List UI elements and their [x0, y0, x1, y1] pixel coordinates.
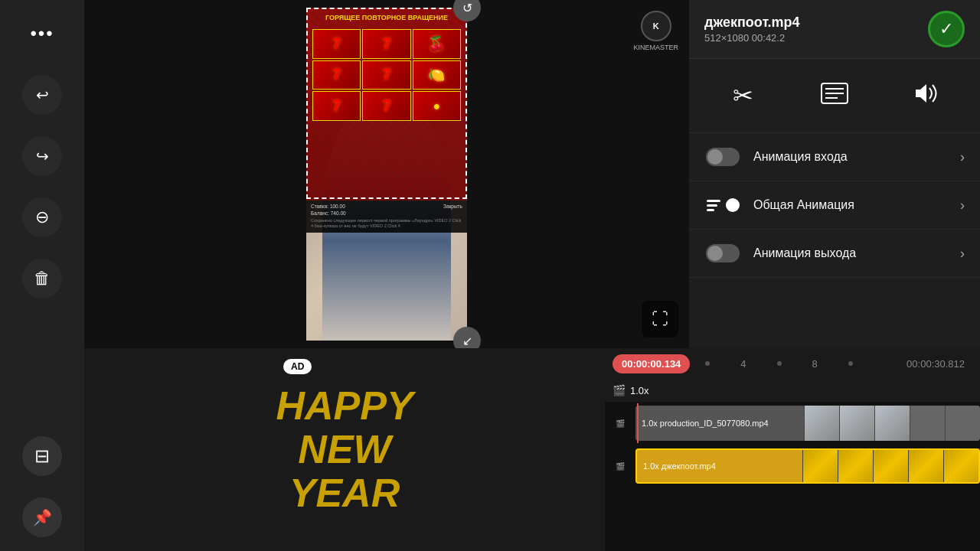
more-options-button[interactable]: ••• — [22, 14, 62, 54]
pin-button[interactable]: 📌 — [22, 497, 62, 537]
volume-icon — [913, 82, 940, 110]
slot-info-bar: Ставка: 100.00 Закрыть Баланс: 740.00 Со… — [306, 201, 467, 232]
track-content-1[interactable]: 1.0x production_ID_5077080.mp4 — [635, 406, 980, 441]
timeline-dot-1 — [705, 361, 710, 366]
slot-cell: ● — [413, 91, 461, 121]
footer-text: Сохранено следующее первого первой прогр… — [311, 218, 462, 229]
undo-button[interactable]: ↩ — [22, 75, 62, 115]
undo-icon: ↩ — [36, 86, 49, 104]
right-panel: джекпоот.mp4 512×1080 00:42.2 ✓ ✂ — [689, 0, 980, 348]
file-meta: 512×1080 00:42.2 — [704, 32, 800, 44]
redo-icon: ↪ — [36, 147, 49, 165]
confirm-button[interactable]: ✓ — [928, 11, 965, 47]
film-icon-track1: 🎬 — [616, 419, 625, 428]
delete-button[interactable]: 🗑 — [22, 259, 62, 298]
happy-line: HAPPY — [276, 384, 413, 428]
current-time-indicator: 00:00:00.134 — [612, 354, 690, 373]
track-thumb-2a — [802, 450, 838, 482]
right-panel-header: джекпоот.mp4 512×1080 00:42.2 ✓ — [689, 0, 980, 59]
fullscreen-button[interactable]: ⛶ — [642, 301, 678, 337]
slot-grid: 7 7 🍒 7 7 🍋 7 7 ● — [312, 29, 461, 121]
animation-exit-label: Анимация выхода — [753, 246, 960, 260]
caption-icon — [821, 83, 848, 109]
slot-cell: 7 — [312, 29, 361, 59]
slot-cell: 7 — [312, 91, 361, 121]
track-thumb-1d — [910, 406, 945, 441]
fullscreen-icon: ⛶ — [652, 309, 668, 329]
animation-entry-label: Анимация входа — [753, 150, 960, 164]
toggle-knob — [707, 149, 723, 165]
cut-icon: ✂ — [733, 81, 753, 110]
key-button[interactable]: ⊖ — [22, 197, 62, 237]
end-time-label: 00:00:30.812 — [906, 358, 972, 370]
slot-cell: 7 — [362, 91, 410, 121]
slot-cell: 7 — [312, 60, 361, 90]
track-text-2: 1.0x джекпоот.mp4 — [637, 461, 722, 471]
track-thumbs-2 — [802, 450, 978, 482]
toggle-knob-exit — [707, 246, 723, 261]
track-content-2[interactable]: 1.0x джекпоот.mp4 — [635, 448, 980, 484]
animation-exit-chevron: › — [960, 246, 965, 262]
file-name: джекпоот.mp4 — [704, 15, 800, 31]
animation-general-chevron: › — [960, 197, 965, 214]
slot-cell: 7 — [362, 29, 410, 59]
timeline-marker-8: 8 — [812, 358, 818, 370]
new-line: NEW — [276, 428, 413, 471]
resize-icon-bottom: ↙ — [462, 334, 472, 348]
animation-exit-toggle[interactable] — [706, 244, 740, 262]
timeline-area: 00:00:00.134 4 8 00:00:30.812 🎬 1.0x — [605, 348, 980, 551]
animation-exit-option[interactable]: Анимация выхода › — [689, 230, 980, 278]
film-icon: 🎬 — [612, 384, 626, 396]
slot-title: ГОРЯЩЕЕ ПОВТОРНОЕ ВРАЩЕНИЕ — [309, 14, 464, 21]
track-thumb-2d — [908, 450, 943, 482]
tool-row: ✂ — [689, 59, 980, 133]
timeline-marker-4: 4 — [740, 358, 746, 370]
volume-tool[interactable] — [896, 73, 957, 119]
kinemaster-label: KINEMASTER — [633, 44, 678, 51]
cut-tool[interactable]: ✂ — [712, 73, 773, 119]
track-thumb-2c — [873, 450, 908, 482]
layers-button[interactable]: ⊟ — [22, 436, 62, 476]
track-thumb-1a — [804, 406, 839, 441]
track-thumb-1b — [839, 406, 874, 441]
ad-badge: AD — [283, 359, 312, 374]
film-icon-track2: 🎬 — [616, 462, 625, 471]
kinemaster-logo: K — [641, 11, 671, 41]
key-icon: ⊖ — [35, 207, 49, 227]
track-thumb-1c — [874, 406, 910, 441]
timeline-dot-3 — [848, 361, 853, 366]
file-info: джекпоот.mp4 512×1080 00:42.2 — [704, 15, 800, 44]
track-thumb-2e — [943, 450, 978, 482]
track-label-1: 🎬 — [605, 419, 635, 428]
balance-label: Баланс: 740.00 — [311, 210, 462, 216]
resize-handle-bottom[interactable]: ↙ — [453, 327, 481, 348]
video-preview: ГОРЯЩЕЕ ПОВТОРНОЕ ВРАЩЕНИЕ 7 7 🍒 7 7 🍋 7… — [306, 8, 467, 341]
redo-button[interactable]: ↪ — [22, 136, 62, 176]
animation-entry-chevron: › — [960, 149, 965, 165]
animation-general-option[interactable]: Общая Анимация › — [689, 181, 980, 230]
caption-tool[interactable] — [804, 73, 865, 119]
year-line: YEAR — [276, 471, 413, 515]
slot-cell: 🍋 — [413, 60, 461, 90]
motion-line-3 — [707, 209, 714, 211]
bottom-area: AD HAPPY NEW YEAR 00:00:00.134 4 8 — [84, 348, 980, 551]
motion-lines — [707, 200, 720, 211]
rotate-icon-top: ↺ — [462, 1, 472, 15]
layers-icon: ⊟ — [34, 445, 50, 467]
bet-label: Ставка: 100.00 — [311, 204, 345, 209]
animation-general-icon — [704, 194, 741, 217]
sidebar-bottom: ⊟ 📌 — [22, 436, 62, 537]
timeline-dot-2 — [777, 361, 782, 366]
slot-cell: 🍒 — [413, 29, 461, 59]
top-area: ГОРЯЩЕЕ ПОВТОРНОЕ ВРАЩЕНИЕ 7 7 🍒 7 7 🍋 7… — [84, 0, 980, 348]
track-thumb-2b — [838, 450, 873, 482]
animation-exit-icon — [704, 242, 741, 265]
motion-icon — [707, 198, 740, 212]
track-thumb-1e — [945, 406, 980, 441]
playhead — [637, 403, 639, 443]
hny-area: AD HAPPY NEW YEAR — [84, 348, 605, 551]
track-row-2: 🎬 1.0x джекпоот.mp4 — [605, 446, 980, 486]
animation-entry-icon — [704, 145, 741, 168]
animation-entry-toggle[interactable] — [706, 148, 740, 166]
animation-entry-option[interactable]: Анимация входа › — [689, 133, 980, 181]
